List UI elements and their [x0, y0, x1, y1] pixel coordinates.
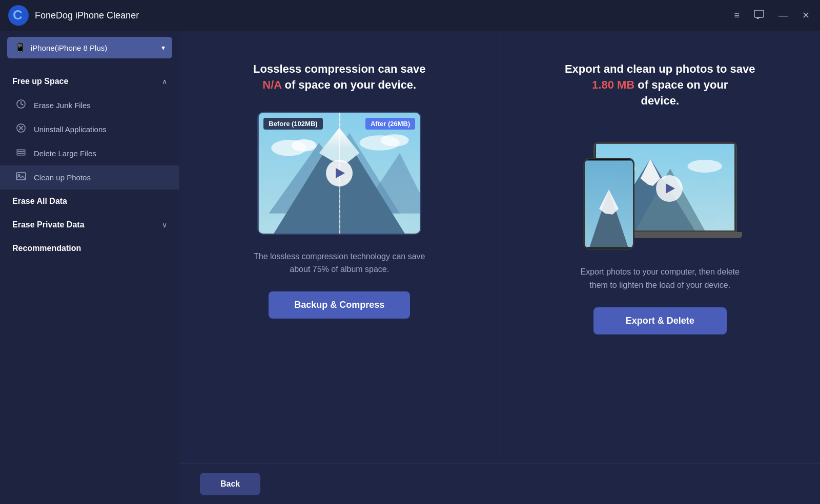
svg-text:C: C — [13, 7, 23, 23]
large-files-icon — [15, 147, 27, 160]
free-up-space-title: Free up Space — [12, 77, 68, 86]
erase-junk-label: Erase Junk Files — [34, 101, 91, 110]
backup-compress-button[interactable]: Backup & Compress — [269, 291, 410, 319]
recommendation-section[interactable]: Recommendation — [0, 237, 179, 260]
sidebar-item-clean-photos[interactable]: Clean up Photos — [0, 165, 179, 190]
back-button[interactable]: Back — [200, 473, 260, 495]
svg-rect-9 — [17, 154, 25, 155]
play-button-compress[interactable] — [326, 160, 353, 186]
app-logo: C — [8, 5, 29, 26]
cards-container: Lossless compression can save N/A of spa… — [179, 31, 820, 463]
export-headline-part2: of space on your — [638, 78, 728, 91]
compress-headline-part2: of space on your device. — [284, 78, 416, 91]
svg-point-19 — [292, 139, 317, 152]
bottom-bar: Back — [179, 463, 820, 504]
phone-mockup — [583, 158, 634, 250]
compress-headline: Lossless compression can save N/A of spa… — [253, 61, 425, 93]
export-card: Export and clean up photos to save 1.80 … — [500, 31, 821, 463]
svg-point-21 — [381, 134, 409, 146]
compress-card: Lossless compression can save N/A of spa… — [179, 31, 500, 463]
before-label: Before (102MB) — [263, 118, 322, 130]
menu-button[interactable]: ≡ — [732, 9, 742, 22]
clean-photos-label: Clean up Photos — [34, 173, 91, 182]
export-description: Export photos to your computer, then del… — [573, 265, 747, 291]
compression-image: Before (102MB) After (26MB) — [257, 112, 421, 235]
uninstall-icon — [15, 123, 27, 136]
clock-icon — [15, 99, 27, 112]
export-headline: Export and clean up photos to save 1.80 … — [565, 61, 755, 109]
erase-private-data-title: Erase Private Data — [12, 220, 85, 229]
device-selector-left: 📱 iPhone(iPhone 8 Plus) — [14, 42, 107, 53]
erase-all-data-section[interactable]: Erase All Data — [0, 190, 179, 213]
erase-private-arrow-icon: ∨ — [162, 221, 167, 229]
app-title: FoneDog iPhone Cleaner — [35, 10, 139, 21]
content-area: Lossless compression can save N/A of spa… — [179, 31, 820, 504]
device-name: iPhone(iPhone 8 Plus) — [31, 44, 107, 52]
phone-icon: 📱 — [14, 42, 26, 53]
photos-icon — [15, 171, 27, 184]
compress-description: The lossless compression technology can … — [252, 250, 426, 276]
sidebar-item-uninstall-apps[interactable]: Uninstall Applications — [0, 117, 179, 141]
export-headline-part1: Export and clean up photos to save — [565, 62, 755, 75]
play-triangle-icon — [336, 168, 345, 178]
free-up-space-header[interactable]: Free up Space ∧ — [0, 70, 179, 93]
title-bar-controls: ≡ — ✕ — [732, 8, 812, 24]
device-mockup — [568, 127, 752, 250]
svg-rect-7 — [17, 150, 25, 151]
recommendation-title: Recommendation — [12, 244, 81, 253]
title-bar: C FoneDog iPhone Cleaner ≡ — ✕ — [0, 0, 820, 31]
sidebar-item-erase-junk[interactable]: Erase Junk Files — [0, 93, 179, 117]
chat-button[interactable] — [752, 8, 766, 24]
sidebar-nav: Free up Space ∧ Erase Junk Files — [0, 65, 179, 504]
minimize-button[interactable]: — — [776, 9, 790, 22]
svg-rect-10 — [16, 173, 26, 180]
sidebar: 📱 iPhone(iPhone 8 Plus) ▾ Free up Space … — [0, 31, 179, 504]
play-triangle-icon-2 — [666, 183, 675, 194]
svg-point-27 — [687, 160, 722, 173]
erase-private-data-section[interactable]: Erase Private Data ∨ — [0, 213, 179, 237]
phone-screen-svg — [585, 159, 633, 248]
free-up-space-arrow-icon: ∧ — [162, 77, 167, 86]
device-selector[interactable]: 📱 iPhone(iPhone 8 Plus) ▾ — [7, 37, 172, 58]
svg-rect-8 — [17, 152, 25, 153]
play-button-export[interactable] — [656, 175, 683, 202]
main-layout: 📱 iPhone(iPhone 8 Plus) ▾ Free up Space … — [0, 31, 820, 504]
svg-rect-2 — [754, 10, 764, 17]
title-bar-left: C FoneDog iPhone Cleaner — [8, 5, 732, 26]
chat-icon — [754, 10, 764, 20]
export-delete-button[interactable]: Export & Delete — [593, 307, 727, 334]
compress-highlight: N/A — [262, 78, 281, 91]
erase-all-data-title: Erase All Data — [12, 197, 67, 205]
compress-headline-part1: Lossless compression can save — [253, 62, 425, 75]
close-button[interactable]: ✕ — [800, 9, 812, 22]
uninstall-apps-label: Uninstall Applications — [34, 125, 107, 134]
sidebar-item-delete-large[interactable]: Delete Large Files — [0, 141, 179, 165]
device-chevron-icon: ▾ — [161, 44, 165, 52]
delete-large-label: Delete Large Files — [34, 149, 96, 158]
after-label: After (26MB) — [365, 118, 415, 130]
export-highlight: 1.80 MB — [592, 78, 634, 91]
